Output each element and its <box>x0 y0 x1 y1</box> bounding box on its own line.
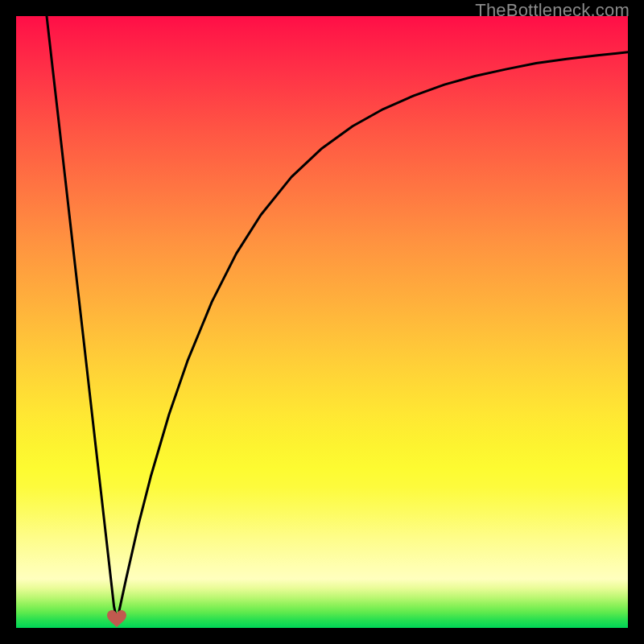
curve-layer <box>16 16 628 628</box>
chart-frame <box>16 16 628 628</box>
curve-left <box>47 16 117 621</box>
curve-right <box>117 52 628 621</box>
heart-icon <box>106 610 127 628</box>
